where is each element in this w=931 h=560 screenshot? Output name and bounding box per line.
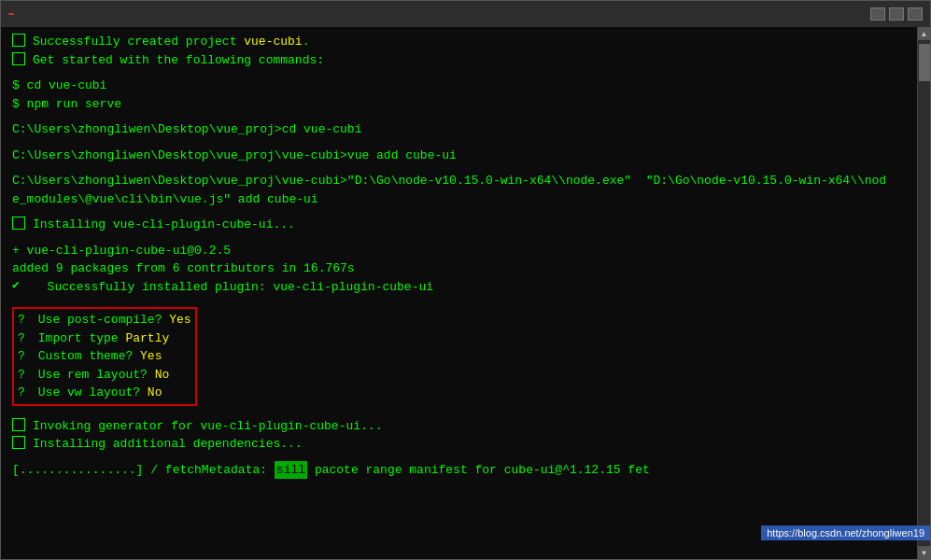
terminal-line: added 9 packages from 6 contributors in … bbox=[12, 259, 906, 278]
line-text: Get started with the following commands: bbox=[33, 51, 324, 70]
answer-text: Yes bbox=[162, 311, 190, 329]
checkbox-icon bbox=[12, 34, 25, 47]
blank-line bbox=[12, 234, 906, 242]
answer-text: No bbox=[140, 384, 162, 402]
terminal-line: C:\Users\zhongliwen\Desktop\vue_proj\vue… bbox=[12, 147, 906, 165]
scroll-thumb[interactable] bbox=[919, 44, 930, 81]
terminal-line: Successfully created project vue-cubi. bbox=[12, 33, 906, 51]
terminal-line: e_modules\@vue\cli\bin\vue.js" add cube-… bbox=[12, 190, 906, 209]
terminal-line: ✔ Successfully installed plugin: vue-cli… bbox=[12, 278, 906, 297]
prompt-block: ? Use post-compile? Yes? Import type Par… bbox=[12, 307, 197, 406]
line-text: Installing vue-cli-plugin-cube-ui... bbox=[33, 216, 295, 234]
blank-line bbox=[12, 164, 906, 172]
sill-badge: sill bbox=[275, 461, 307, 480]
prompt-text: $ npm run serve bbox=[12, 95, 121, 114]
npm-logo bbox=[8, 13, 14, 15]
terminal-line: Invoking generator for vue-cli-plugin-cu… bbox=[12, 417, 906, 436]
plain-text: + vue-cli-plugin-cube-ui@0.2.5 bbox=[12, 242, 231, 260]
url-overlay: https://blog.csdn.net/zhongliwen19 bbox=[761, 525, 930, 540]
question-text: Use vw layout? bbox=[31, 384, 140, 402]
question-text: Use rem layout? bbox=[31, 366, 148, 385]
terminal-wrapper: Successfully created project vue-cubi.Ge… bbox=[1, 27, 930, 559]
line-text: Installing additional dependencies... bbox=[33, 435, 303, 454]
checkbox-icon bbox=[12, 436, 25, 449]
question-icon: ? bbox=[18, 384, 31, 397]
blank-line bbox=[12, 208, 906, 216]
plain-text: C:\Users\zhongliwen\Desktop\vue_proj\vue… bbox=[12, 147, 457, 165]
answer-text: Yes bbox=[133, 347, 162, 366]
question-icon: ? bbox=[18, 366, 31, 379]
terminal-line: $ cd vue-cubi bbox=[12, 77, 906, 95]
question-text: Custom theme? bbox=[31, 347, 133, 366]
checkmark-icon: ✔ bbox=[12, 279, 25, 292]
terminal-line: Installing vue-cli-plugin-cube-ui... bbox=[12, 216, 906, 234]
question-text: Import type bbox=[31, 329, 119, 348]
terminal-line: C:\Users\zhongliwen\Desktop\vue_proj>cd … bbox=[12, 120, 906, 139]
question-icon: ? bbox=[18, 311, 31, 324]
title-bar bbox=[1, 1, 930, 27]
question-icon: ? bbox=[18, 347, 31, 360]
blank-line bbox=[12, 113, 906, 120]
checkbox-icon bbox=[12, 217, 25, 230]
terminal-line: ? Import type Partly bbox=[18, 329, 191, 348]
blank-line bbox=[12, 69, 906, 77]
close-button[interactable] bbox=[908, 7, 923, 21]
terminal-line: C:\Users\zhongliwen\Desktop\vue_proj\vue… bbox=[12, 172, 906, 190]
question-text: Use post-compile? bbox=[31, 311, 162, 329]
blank-line bbox=[12, 296, 906, 303]
window-controls bbox=[870, 7, 923, 21]
answer-text: No bbox=[148, 366, 169, 385]
line-text: Successfully created project vue-cubi. bbox=[33, 33, 309, 51]
progress-text: [................] / fetchMetadata: bbox=[12, 461, 275, 480]
terminal-line: ? Custom theme? Yes bbox=[18, 347, 191, 366]
plain-text: C:\Users\zhongliwen\Desktop\vue_proj>cd … bbox=[12, 120, 361, 139]
line-text: Invoking generator for vue-cli-plugin-cu… bbox=[33, 417, 382, 436]
blank-line bbox=[12, 410, 906, 417]
plain-text: C:\Users\zhongliwen\Desktop\vue_proj\vue… bbox=[12, 172, 886, 190]
terminal-line: ? Use post-compile? Yes bbox=[18, 311, 191, 329]
scroll-down-arrow[interactable]: ▼ bbox=[918, 546, 931, 559]
question-icon: ? bbox=[18, 329, 31, 343]
terminal-line: + vue-cli-plugin-cube-ui@0.2.5 bbox=[12, 242, 906, 260]
terminal-line: ? Use rem layout? No bbox=[18, 366, 191, 385]
answer-text: Partly bbox=[119, 329, 170, 348]
terminal-line: [................] / fetchMetadata: sill… bbox=[12, 461, 906, 480]
highlighted-text: vue-cubi bbox=[244, 35, 302, 49]
window: Successfully created project vue-cubi.Ge… bbox=[0, 0, 931, 560]
terminal[interactable]: Successfully created project vue-cubi.Ge… bbox=[1, 27, 917, 559]
terminal-line: Get started with the following commands: bbox=[12, 51, 906, 70]
blank-line bbox=[12, 454, 906, 461]
terminal-line: $ npm run serve bbox=[12, 95, 906, 114]
terminal-content: Successfully created project vue-cubi.Ge… bbox=[1, 27, 917, 559]
line-text: Successfully installed plugin: vue-cli-p… bbox=[33, 278, 433, 297]
plain-text: e_modules\@vue\cli\bin\vue.js" add cube-… bbox=[12, 190, 318, 209]
blank-line bbox=[12, 139, 906, 147]
checkbox-icon bbox=[12, 418, 25, 431]
minimize-button[interactable] bbox=[870, 7, 885, 21]
scroll-up-arrow[interactable]: ▲ bbox=[918, 27, 931, 40]
scrollbar[interactable]: ▲ ▼ bbox=[917, 27, 930, 559]
prompt-text: $ cd vue-cubi bbox=[12, 77, 106, 95]
terminal-line: Installing additional dependencies... bbox=[12, 435, 906, 454]
checkbox-icon bbox=[12, 52, 25, 65]
plain-text: added 9 packages from 6 contributors in … bbox=[12, 259, 355, 278]
progress-suffix: pacote range manifest for cube-ui@^1.12.… bbox=[307, 461, 650, 480]
terminal-line: ? Use vw layout? No bbox=[18, 384, 191, 402]
maximize-button[interactable] bbox=[889, 7, 904, 21]
title-bar-left bbox=[8, 13, 21, 15]
